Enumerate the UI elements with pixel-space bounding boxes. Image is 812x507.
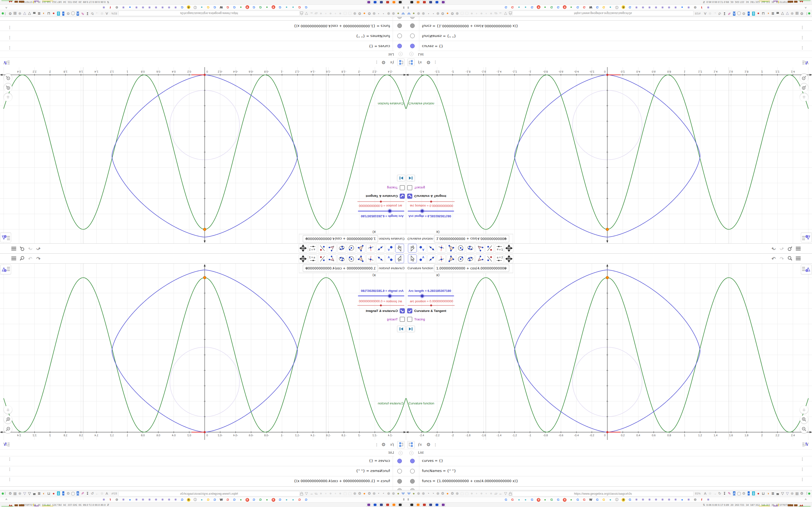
step-forward-button[interactable] <box>407 326 415 332</box>
icon-●[interactable]: ● <box>516 5 522 10</box>
row-kebab-icon[interactable]: ⋮ <box>9 468 12 470</box>
home-view-button[interactable]: ⌂ <box>4 93 12 101</box>
favicon[interactable]: Я <box>270 497 277 502</box>
icon-✳[interactable]: ✳ <box>646 5 653 10</box>
icon-☆[interactable]: ☆ <box>708 491 712 496</box>
icon-▢[interactable]: ▢ <box>464 491 469 496</box>
tracing-checkbox[interactable] <box>407 185 412 190</box>
icon-⊕[interactable]: ⊕ <box>391 491 396 496</box>
arc-length-slider[interactable] <box>358 211 404 212</box>
favicon[interactable]: Я <box>185 497 192 502</box>
visibility-marble[interactable] <box>410 34 415 38</box>
icon-⊕[interactable]: ⊕ <box>790 11 795 16</box>
icon-G[interactable]: G <box>224 5 231 10</box>
icon-↻[interactable]: ↻ <box>717 11 722 16</box>
icon-⊙[interactable]: ⊙ <box>469 11 474 16</box>
collapse-list-button[interactable]: − <box>409 451 413 455</box>
taskbar-app-button[interactable] <box>409 503 414 507</box>
icon-A[interactable]: A <box>703 491 708 496</box>
icon-✳[interactable]: ✳ <box>672 497 679 502</box>
icon-⊕[interactable]: ⊕ <box>416 491 421 496</box>
icon-☆[interactable]: ☆ <box>708 11 712 16</box>
icon-Ψ[interactable]: Ψ <box>406 491 411 496</box>
icon-✳[interactable]: ✳ <box>686 5 692 10</box>
favicon[interactable]: UO <box>775 11 780 16</box>
overflow-kebab-icon[interactable]: ⋮ <box>805 12 808 16</box>
row-kebab-icon[interactable]: ⋮ <box>9 47 12 49</box>
visibility-marble[interactable] <box>410 44 415 48</box>
row-kebab-icon[interactable]: ⋮ <box>9 37 12 39</box>
icon-◔[interactable]: ◔ <box>382 11 386 16</box>
icon-⊙[interactable]: ⊙ <box>338 491 343 496</box>
icon-✳[interactable]: ✳ <box>646 497 653 502</box>
menu-icon[interactable] <box>794 256 802 263</box>
icon-⚙[interactable]: ⚙ <box>800 11 804 16</box>
icon-○[interactable]: ○ <box>333 491 338 496</box>
icon-G[interactable]: G <box>296 497 303 502</box>
icon-●[interactable]: ● <box>51 11 56 16</box>
icon-⊕[interactable]: ⊕ <box>436 491 440 496</box>
icon-✎[interactable]: ✎ <box>727 11 732 16</box>
home-view-button[interactable]: ⌂ <box>800 406 808 414</box>
icon-G[interactable]: G <box>303 5 309 10</box>
menu-icon[interactable] <box>10 256 18 263</box>
icon-⊕[interactable]: ⊕ <box>352 11 357 16</box>
icon-G[interactable]: G <box>251 5 257 10</box>
icon-G[interactable]: G <box>503 497 509 502</box>
icon-○[interactable]: ○ <box>474 11 479 16</box>
icon-G[interactable]: G <box>231 497 238 502</box>
tab-scroll-chevron-icon[interactable]: ^ <box>805 498 807 501</box>
tree-view-button[interactable] <box>397 59 405 66</box>
step-forward-button[interactable] <box>397 326 405 332</box>
undo-button[interactable]: ↶ <box>769 245 778 251</box>
zoom-in-button[interactable] <box>800 83 808 92</box>
tool-angle-button[interactable]: α <box>475 255 484 263</box>
icon-✳[interactable]: ✳ <box>153 497 159 502</box>
icon-G[interactable]: G <box>277 497 283 502</box>
visibility-marble[interactable] <box>397 44 402 48</box>
icon-ⓘ[interactable]: ⓘ <box>614 5 620 10</box>
icon-✳[interactable]: ✳ <box>659 497 666 502</box>
icon-⚙[interactable]: ⚙ <box>450 11 455 16</box>
icon-≣[interactable]: ≣ <box>37 11 42 16</box>
curvature-tangent-checkbox[interactable] <box>400 308 405 314</box>
icon-✳[interactable]: ✳ <box>133 5 140 10</box>
tree-view-button[interactable] <box>407 59 415 66</box>
icon-⊕[interactable]: ⊕ <box>421 491 426 496</box>
tracing-checkbox[interactable] <box>407 317 412 322</box>
icon-◑[interactable]: ◑ <box>42 491 46 496</box>
favicon[interactable]: Я <box>185 5 192 10</box>
icon-✳[interactable]: ✳ <box>159 497 166 502</box>
favicon[interactable]: + <box>746 491 751 496</box>
arc-length-slider[interactable] <box>358 295 404 296</box>
icon-G[interactable]: G <box>251 497 257 502</box>
icon-G[interactable]: G <box>529 5 535 10</box>
icon-✳[interactable]: ✳ <box>633 5 640 10</box>
search-icon[interactable] <box>18 256 26 262</box>
icon-✎[interactable]: ✎ <box>727 491 732 496</box>
icon-▢[interactable]: ▢ <box>460 491 464 496</box>
tool-point-button[interactable]: A <box>386 255 394 263</box>
icon-⚙[interactable]: ⚙ <box>450 491 455 496</box>
icon-◔[interactable]: ◔ <box>426 11 430 16</box>
graphics-stylebar-button[interactable] <box>801 233 812 242</box>
tool-angle-button[interactable]: α <box>475 244 484 252</box>
stylebar-kebab-icon[interactable]: ⋮ <box>375 441 378 448</box>
visibility-marble[interactable] <box>397 479 402 484</box>
tool-reflect-button[interactable] <box>318 255 327 263</box>
icon-▽[interactable]: ▽ <box>27 491 32 496</box>
algebra-item-text[interactable]: funcs = {1.000000000000 + cos(4.00000000… <box>422 24 518 28</box>
stats-expand-icon[interactable]: ⇅ <box>703 503 705 507</box>
icon-●[interactable]: ● <box>290 5 296 10</box>
icon-f[interactable]: f <box>698 497 705 502</box>
row-kebab-icon[interactable]: ⋮ <box>800 478 803 481</box>
icon-ⓘ[interactable]: ⓘ <box>192 497 198 502</box>
icon-⊕[interactable]: ⊕ <box>455 11 460 16</box>
page-zoom-level[interactable]: 81% <box>695 492 701 495</box>
icon-✳[interactable]: ✳ <box>140 5 146 10</box>
lock-icon[interactable] <box>299 491 304 496</box>
icon-⊕[interactable]: ⊕ <box>17 491 22 496</box>
icon-▽[interactable]: ▽ <box>27 11 32 16</box>
icon-⊕[interactable]: ⊕ <box>416 11 421 16</box>
icon-G[interactable]: G <box>555 5 561 10</box>
